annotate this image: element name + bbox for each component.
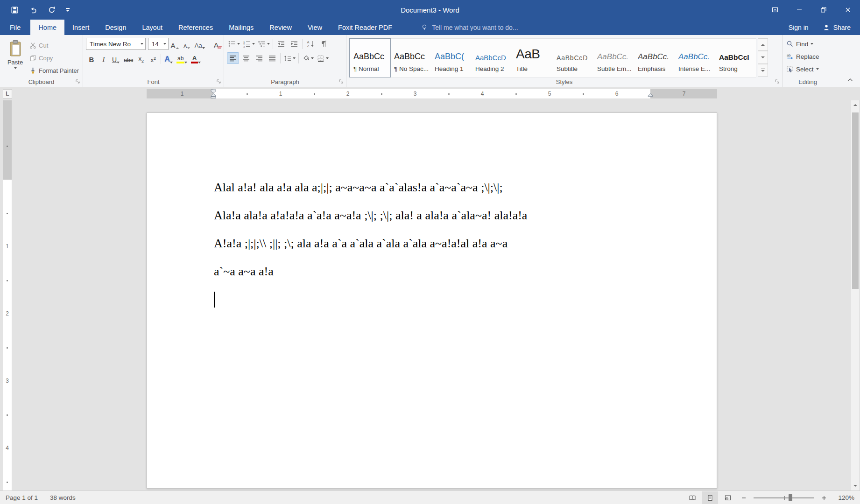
paste-button[interactable]: Paste — [3, 38, 28, 76]
align-right-button[interactable] — [253, 52, 265, 64]
style-heading-2[interactable]: AaBbCcD Heading 2 — [472, 39, 512, 77]
show-hide-marks-button[interactable] — [317, 38, 330, 49]
font-name-combo[interactable]: Times New Ro — [86, 38, 146, 50]
paragraph[interactable]: a`~a a~a a!a — [214, 258, 650, 286]
clear-formatting-button[interactable]: A — [211, 38, 222, 50]
page-indicator[interactable]: Page 1 of 1 — [6, 494, 38, 501]
tab-home[interactable]: Home — [30, 20, 64, 35]
paragraph[interactable]: A!a!a ;|;|;\\ ;||; ;\; ala a!a a`a a`ala… — [214, 230, 650, 258]
tab-foxit-reader-pdf[interactable]: Foxit Reader PDF — [330, 20, 400, 35]
find-button[interactable]: Find — [785, 38, 831, 49]
read-mode-button[interactable] — [684, 491, 700, 504]
styles-scroll-down-button[interactable] — [758, 51, 768, 63]
web-layout-button[interactable] — [720, 491, 736, 504]
paragraph[interactable]: Alal a!a! ala a!a ala a;|;|; a~a~a~a a`a… — [214, 174, 650, 202]
superscript-button[interactable]: x2 — [148, 53, 159, 64]
subscript-button[interactable]: x2 — [135, 53, 147, 64]
tab-review[interactable]: Review — [261, 20, 300, 35]
replace-button[interactable]: ab Replace — [785, 51, 831, 62]
italic-button[interactable]: I — [98, 53, 109, 64]
ribbon-display-options-button[interactable] — [763, 0, 787, 20]
underline-button[interactable]: U — [110, 53, 121, 64]
borders-button[interactable] — [316, 52, 330, 64]
style-strong[interactable]: AaBbCcI Strong — [715, 39, 756, 77]
vertical-scrollbar[interactable] — [851, 100, 859, 490]
tab-view[interactable]: View — [300, 20, 330, 35]
styles-more-button[interactable] — [758, 64, 768, 77]
zoom-level[interactable]: 120% — [832, 494, 854, 501]
style-subtitle[interactable]: AaBbCcD Subtitle — [553, 39, 593, 77]
tab-selector[interactable]: L — [3, 89, 12, 98]
styles-scroll-up-button[interactable] — [758, 38, 768, 51]
sign-in-button[interactable]: Sign in — [789, 24, 809, 31]
select-button[interactable]: Select — [785, 63, 831, 75]
style-intense-emphasis[interactable]: AaBbCc. Intense E... — [675, 39, 715, 77]
line-spacing-button[interactable] — [282, 52, 296, 64]
restore-button[interactable] — [811, 0, 836, 20]
paragraph[interactable]: Ala!a ala!a a!a!a!a a`a!a a~a!a ;\|; ;\|… — [214, 202, 650, 230]
copy-button[interactable]: Copy — [28, 52, 81, 63]
indent-markers-left[interactable] — [211, 89, 216, 98]
font-size-combo[interactable]: 14 — [148, 38, 169, 50]
share-button[interactable]: Share — [823, 24, 851, 31]
scroll-up-button[interactable] — [851, 100, 860, 110]
decrease-indent-button[interactable] — [275, 38, 287, 49]
multilevel-list-button[interactable] — [257, 38, 271, 49]
increase-indent-button[interactable] — [288, 38, 300, 49]
document-text[interactable]: Alal a!a! ala a!a ala a;|;|; a~a~a~a a`a… — [214, 174, 650, 286]
tab-insert[interactable]: Insert — [64, 20, 97, 35]
shrink-font-button[interactable]: A — [182, 38, 193, 50]
zoom-in-button[interactable] — [818, 491, 830, 504]
text-effects-button[interactable]: A — [163, 53, 174, 64]
justify-button[interactable] — [266, 52, 278, 64]
tell-me-box[interactable]: Tell me what you want to do... — [416, 20, 522, 35]
zoom-slider[interactable] — [754, 497, 814, 498]
scroll-down-button[interactable] — [851, 481, 860, 490]
style-normal[interactable]: AaBbCc ¶ Normal — [350, 39, 390, 77]
numbering-button[interactable]: 123 — [242, 38, 256, 49]
customize-qat-button[interactable] — [63, 3, 73, 17]
style-title[interactable]: AaB Title — [512, 39, 553, 77]
shading-button[interactable] — [301, 52, 315, 64]
tab-file[interactable]: File — [0, 20, 30, 35]
grow-font-button[interactable]: A — [169, 38, 181, 50]
style-subtle-emphasis[interactable]: AaBbCc. Subtle Em... — [593, 39, 634, 77]
align-center-button[interactable] — [240, 52, 252, 64]
font-color-button[interactable]: A — [190, 53, 202, 64]
tab-mailings[interactable]: Mailings — [221, 20, 261, 35]
paragraph-dialog-launcher[interactable] — [338, 78, 345, 85]
zoom-out-button[interactable] — [738, 491, 750, 504]
v-ruler[interactable]: 1 2 3 4 — [3, 100, 12, 490]
text-highlight-button[interactable]: ab — [175, 53, 189, 64]
styles-dialog-launcher[interactable] — [774, 78, 781, 85]
bold-button[interactable]: B — [86, 53, 97, 64]
clipboard-dialog-launcher[interactable] — [74, 78, 81, 85]
strikethrough-button[interactable]: abc — [122, 53, 134, 64]
bullets-button[interactable] — [227, 38, 241, 49]
tab-design[interactable]: Design — [97, 20, 134, 35]
scrollbar-thumb[interactable] — [852, 112, 859, 289]
document-page[interactable]: Alal a!a! ala a!a ala a;|;|; a~a~a~a a`a… — [147, 112, 717, 489]
style-no-spacing[interactable]: AaBbCc ¶ No Spac... — [390, 39, 431, 77]
format-painter-button[interactable]: Format Painter — [28, 65, 81, 76]
zoom-slider-thumb[interactable] — [789, 494, 792, 501]
style-emphasis[interactable]: AaBbCc. Emphasis — [634, 39, 675, 77]
font-dialog-launcher[interactable] — [215, 78, 222, 85]
tab-references[interactable]: References — [170, 20, 221, 35]
change-case-button[interactable]: Aa — [194, 38, 206, 50]
sort-button[interactable]: AZ — [304, 38, 317, 49]
close-button[interactable] — [836, 0, 860, 20]
minimize-button[interactable] — [787, 0, 811, 20]
tab-layout[interactable]: Layout — [134, 20, 170, 35]
print-layout-button[interactable] — [702, 491, 718, 504]
repeat-button[interactable] — [44, 3, 60, 17]
cut-button[interactable]: Cut — [28, 40, 81, 51]
h-ruler[interactable]: 1 1 2 3 4 5 6 7 — [147, 89, 717, 98]
collapse-ribbon-button[interactable] — [845, 76, 855, 84]
align-left-button[interactable] — [227, 52, 239, 64]
undo-button[interactable] — [25, 3, 41, 17]
save-button[interactable] — [7, 3, 22, 17]
word-count[interactable]: 38 words — [50, 494, 76, 501]
style-heading-1[interactable]: AaBbC( Heading 1 — [431, 39, 472, 77]
indent-marker-right[interactable] — [648, 89, 653, 98]
